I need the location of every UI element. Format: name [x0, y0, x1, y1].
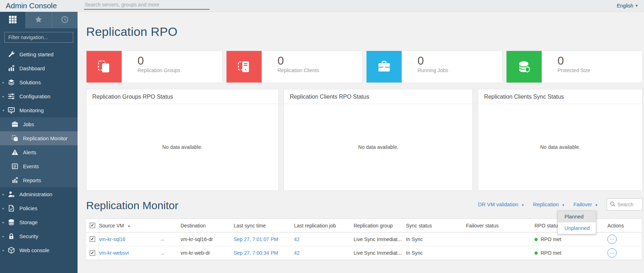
source-vm-link[interactable]: vm-kr-websvr	[99, 250, 153, 256]
stat-card-running-jobs: 0Running Jobs	[366, 51, 503, 83]
column-actions: Actions	[607, 223, 641, 229]
stat-card-body: 0Replication Clients	[262, 51, 319, 83]
row-checkbox-cell: ✓	[86, 232, 99, 246]
table-row-vm-kr-sql16: ✓vm-kr-sql16→vm-kr-sql16-drSep 27, 7:01:…	[86, 232, 641, 246]
column-failover-status[interactable]: Failover status	[466, 223, 535, 229]
stat-cards-row: 0Replication Groups0Replication Clients0…	[86, 51, 643, 83]
replication-group-value: Live Sync Immediat...	[354, 250, 406, 256]
events-icon	[11, 163, 18, 170]
panel-empty-text: No data available.	[478, 104, 642, 190]
stat-card-replication-clients: 0Replication Clients	[226, 51, 363, 83]
column-destination[interactable]: Destination	[181, 223, 234, 229]
column-label: Source VM	[99, 223, 124, 229]
sidebar-item-security[interactable]: ▸Security	[0, 229, 78, 243]
search-icon	[610, 201, 615, 208]
reports-icon	[11, 177, 18, 184]
column-sync-status[interactable]: Sync status	[406, 223, 466, 229]
sync-status-value: In Sync	[406, 236, 466, 242]
sidebar-item-replication-monitor[interactable]: Replication Monitor	[0, 131, 78, 145]
table-body: ✓vm-kr-sql16→vm-kr-sql16-drSep 27, 7:01:…	[86, 232, 641, 260]
row-checkbox-cell: ✓	[86, 246, 99, 260]
table-search	[607, 198, 643, 211]
sidebar-item-label: Policies	[19, 206, 37, 211]
tab-navigation-grid[interactable]	[0, 12, 25, 28]
sidebar-item-label: Configuration	[19, 94, 50, 99]
stat-card-body: 0Protected Size	[542, 51, 590, 83]
sidebar-item-label: Getting started	[19, 52, 53, 57]
language-selector[interactable]: English ▼	[617, 3, 638, 9]
row-actions-button[interactable]: ⋯	[607, 235, 617, 244]
sidebar: Getting startedDashboard▸Solutions▸Confi…	[0, 12, 78, 273]
sidebar-item-label: Storage	[19, 220, 38, 225]
sidebar-item-getting-started[interactable]: Getting started	[0, 47, 78, 61]
sidebar-item-policies[interactable]: ▸Policies	[0, 201, 78, 215]
replication-arrow-icon: →	[153, 236, 181, 242]
stat-card-body: 0Replication Groups	[122, 51, 180, 83]
sidebar-item-jobs[interactable]: Jobs	[0, 117, 78, 131]
last-sync-time-link[interactable]: Sep 27, 7:00:34 PM	[234, 250, 294, 256]
menu-failover[interactable]: Failover ▼ Planned Unplanned	[573, 202, 598, 207]
sidebar-item-reports[interactable]: Reports	[0, 173, 78, 187]
sidebar-item-label: Reports	[23, 178, 41, 183]
sidebar-item-label: Solutions	[19, 80, 41, 85]
chevron-down-icon: ▼	[521, 203, 524, 207]
stat-card-label: Running Jobs	[417, 67, 448, 73]
source-vm-link[interactable]: vm-kr-sql16	[99, 236, 153, 242]
column-last-replication-job[interactable]: Last replication job	[294, 223, 354, 229]
chevron-collapsed-icon: ▸	[3, 94, 4, 98]
monitor-icon	[8, 107, 15, 114]
sidebar-nav: Getting startedDashboard▸Solutions▸Confi…	[0, 47, 78, 257]
stat-card-value: 0	[277, 55, 319, 67]
panel-empty-text: No data available.	[284, 104, 472, 190]
policies-icon	[8, 205, 15, 212]
menu-dr-vm-validation[interactable]: DR VM validation ▼	[478, 202, 524, 207]
sidebar-item-administration[interactable]: ▸Administration	[0, 187, 78, 201]
menu-replication[interactable]: Replication ▼	[533, 202, 565, 207]
sidebar-item-storage[interactable]: ▸Storage	[0, 215, 78, 229]
last-sync-time-link[interactable]: Sep 27, 7:01:07 PM	[234, 236, 294, 242]
stat-card-label: Protected Size	[557, 67, 590, 73]
last-replication-job-link[interactable]: 42	[294, 236, 354, 242]
row-actions-button[interactable]: ⋯	[607, 248, 617, 258]
menu-item-planned[interactable]: Planned	[558, 211, 596, 222]
filter-navigation-input[interactable]	[4, 32, 73, 43]
stat-card-replication-groups: 0Replication Groups	[86, 51, 223, 83]
stat-card-value: 0	[417, 55, 448, 67]
monitor-actions: DR VM validation ▼ Replication ▼ Failove…	[478, 198, 643, 212]
monitor-section-header: Replication Monitor DR VM validation ▼ R…	[86, 198, 643, 212]
cube-icon	[8, 247, 15, 254]
table-search-input[interactable]	[617, 202, 639, 207]
sidebar-item-monitoring[interactable]: ▾Monitoring	[0, 103, 78, 117]
menu-label: Replication	[533, 202, 559, 207]
sidebar-item-events[interactable]: Events	[0, 159, 78, 173]
dashboard-icon	[8, 65, 15, 72]
app-title[interactable]: Admin Console	[6, 1, 57, 10]
last-replication-job-link[interactable]: 42	[294, 250, 354, 256]
rpo-status-value: RPO met	[535, 236, 607, 242]
chevron-collapsed-icon: ▸	[3, 80, 4, 84]
menu-item-unplanned[interactable]: Unplanned	[558, 222, 596, 234]
panel-replication-clients-rpo-status: Replication Clients RPO Status No data a…	[284, 89, 473, 191]
global-search-input[interactable]	[84, 1, 210, 10]
clock-icon	[61, 16, 69, 25]
sidebar-item-alerts[interactable]: Alerts	[0, 145, 78, 159]
row-checkbox[interactable]: ✓	[90, 250, 95, 256]
stat-card-value: 0	[137, 55, 180, 67]
panel-empty-text: No data available.	[87, 104, 278, 190]
stat-card-body: 0Running Jobs	[402, 51, 448, 83]
sidebar-item-dashboard[interactable]: Dashboard	[0, 61, 78, 75]
chevron-expanded-icon: ▾	[3, 108, 4, 112]
chevron-down-icon: ▼	[562, 203, 565, 207]
sidebar-item-web-console[interactable]: ▸Web console	[0, 243, 78, 257]
row-checkbox[interactable]: ✓	[90, 236, 95, 242]
tab-recent[interactable]	[52, 12, 78, 28]
column-last-sync-time[interactable]: Last sync time	[234, 223, 294, 229]
tab-favorites[interactable]	[25, 12, 51, 28]
select-all-checkbox[interactable]: ✓	[90, 223, 95, 228]
panel-replication-clients-sync-status: Replication Clients Sync Status No data …	[478, 89, 643, 191]
tools-icon	[8, 51, 15, 58]
column-replication-group[interactable]: Replication group	[354, 223, 406, 229]
column-source-vm[interactable]: Source VM ▲	[99, 223, 153, 229]
sidebar-item-configuration[interactable]: ▸Configuration	[0, 89, 78, 103]
sidebar-item-solutions[interactable]: ▸Solutions	[0, 75, 78, 89]
